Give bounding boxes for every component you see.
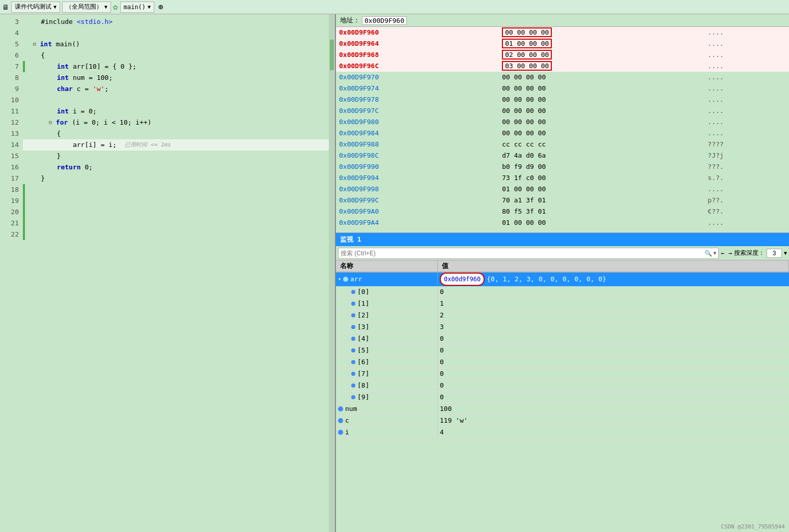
watch-child-value: 0 [438,392,789,403]
watch-child-name: [6] [336,357,438,368]
watch-row-child[interactable]: [3]3 [336,321,789,333]
scope-selector[interactable]: （全局范围） ▼ [62,2,111,13]
watch-table[interactable]: ▾arr0x00d9f960{0, 1, 2, 3, 0, 0, 0, 0, 0… [336,273,789,522]
memory-ascii: €??. [701,206,789,217]
watch-row-child[interactable]: [5]0 [336,345,789,357]
watch-child-value: 0 [438,357,789,368]
search-dropdown-icon[interactable]: ▼ [713,250,716,256]
memory-addr: 0x00D9F978 [336,94,496,105]
watch-row-child[interactable]: [8]0 [336,380,789,392]
toolbar-project-icon: 🖥 [2,3,9,11]
memory-addr: 0x00D9F98C [336,150,496,161]
memory-hex: 70 a1 3f 01 [496,195,701,206]
memory-ascii: .... [701,116,789,128]
memory-hex: b0 f9 d9 00 [496,161,701,172]
line-numbers: 3 4 5 6 7 8 9 10 11 12 13 14 15 16 17 18… [0,14,23,532]
watch-toolbar: 🔍 ▼ ← → 搜索深度： ▼ [336,246,789,260]
code-line-17: } [23,173,329,184]
watch-row-child[interactable]: [1]1 [336,298,789,310]
code-line-11: int i = 0; [23,106,329,117]
nav-arrows[interactable]: ← → [721,250,732,257]
memory-table: 0x00D9F96000 00 00 00....0x00D9F96401 00… [336,27,789,228]
watch-row-arr[interactable]: ▾arr0x00d9f960{0, 1, 2, 3, 0, 0, 0, 0, 0… [336,273,789,286]
code-editor[interactable]: #include <stdio.h> ⊟ int main() { int ar… [23,14,329,532]
watch-row-i[interactable]: i4 [336,427,789,438]
memory-hex: 00 00 00 00 [496,128,701,139]
project-name: 课件代码测试 [15,3,51,11]
memory-addr: 0x00D9F96C [336,61,496,72]
watch-child-name: [5] [336,345,438,356]
memory-addr: 0x00D9F970 [336,72,496,83]
memory-row: 0x00D9F99801 00 00 00.... [336,184,789,195]
memory-ascii: .... [701,83,789,94]
memory-ascii: .... [701,184,789,195]
code-line-7: int arr[10] = { 0 }; [23,61,329,72]
memory-ascii: s.?. [701,172,789,184]
watch-row-child[interactable]: [0]0 [336,286,789,298]
watch-row-num[interactable]: num100 [336,403,789,415]
code-line-20 [23,206,329,218]
search-input[interactable] [341,250,705,257]
memory-address-bar: 地址： 0x00D9F960 [336,14,789,27]
memory-addr: 0x00D9F964 [336,38,496,49]
memory-addr: 0x00D9F980 [336,116,496,128]
code-line-9: char c = 'w'; [23,83,329,95]
memory-hex: 03 00 00 00 [496,61,701,72]
memory-row: 0x00D9F990b0 f9 d9 00???. [336,161,789,172]
address-label: 地址： [340,16,360,25]
search-box[interactable]: 🔍 ▼ [338,248,719,259]
function-selector[interactable]: main() ▼ [120,2,154,13]
watch-row-child[interactable]: [2]2 [336,310,789,321]
expand-arr-icon[interactable]: ▾ [338,274,341,285]
code-line-5: ⊟ int main() [23,39,329,50]
watch-child-name: [3] [336,321,438,333]
function-label: main() [124,4,146,11]
code-scrollbar-thumb[interactable] [330,40,334,70]
memory-ascii: ???. [701,161,789,172]
watch-value-arr: 0x00d9f960{0, 1, 2, 3, 0, 0, 0, 0, 0, 0} [438,273,789,286]
memory-hex: 80 f5 3f 01 [496,206,701,217]
watch-child-name: [7] [336,368,438,379]
watch-child-value: 0 [438,345,789,356]
memory-hex: 00 00 00 00 [496,94,701,105]
code-line-15: } [23,151,329,162]
memory-ascii: .... [701,105,789,116]
breakpoint-bar-19 [23,195,25,206]
code-line-14: ⇒ arr[i] = i; 已用时间 <= 1ms [23,139,329,151]
watch-name-i: i [336,427,438,438]
watch-row-child[interactable]: [4]0 [336,333,789,345]
address-value[interactable]: 0x00D9F960 [362,16,407,25]
plus-icon: ⊕ [158,2,163,12]
memory-hex: 01 00 00 00 [496,184,701,195]
memory-ascii: .... [701,38,789,49]
memory-addr: 0x00D9F998 [336,184,496,195]
memory-hex: 00 00 00 00 [496,116,701,128]
depth-dropdown-icon[interactable]: ▼ [784,250,787,256]
memory-row: 0x00D9F96802 00 00 00.... [336,49,789,61]
memory-row: 0x00D9F98Cd7 4a d0 6a?J?j [336,150,789,161]
memory-hex: 00 00 00 00 [496,27,701,38]
watch-row-c[interactable]: c119 'w' [336,415,789,427]
memory-row: 0x00D9F99473 1f c0 00s.?. [336,172,789,184]
watch-name-num: num [336,403,438,415]
search-icon[interactable]: 🔍 [705,250,712,257]
depth-input[interactable] [767,249,782,258]
project-selector[interactable]: 课件代码测试 ▼ [11,2,60,13]
watch-row-child[interactable]: [6]0 [336,357,789,368]
watermark: CSDN @2301_79585944 [721,523,785,530]
memory-table-container[interactable]: 0x00D9F96000 00 00 00....0x00D9F96401 00… [336,27,789,232]
memory-ascii: .... [701,72,789,83]
scope-dropdown-icon: ▼ [104,4,107,10]
memory-addr: 0x00D9F994 [336,172,496,184]
memory-ascii: ???? [701,139,789,150]
memory-addr: 0x00D9F9A0 [336,206,496,217]
watch-row-child[interactable]: [9]0 [336,392,789,403]
memory-addr: 0x00D9F984 [336,128,496,139]
code-line-16: return 0; [23,162,329,173]
code-scrollbar[interactable] [329,14,335,532]
memory-row: 0x00D9F96C03 00 00 00.... [336,61,789,72]
code-panel: 3 4 5 6 7 8 9 10 11 12 13 14 15 16 17 18… [0,14,336,532]
watch-row-child[interactable]: [7]0 [336,368,789,380]
breakpoint-bar-21 [23,218,25,229]
code-area: 3 4 5 6 7 8 9 10 11 12 13 14 15 16 17 18… [0,14,335,532]
